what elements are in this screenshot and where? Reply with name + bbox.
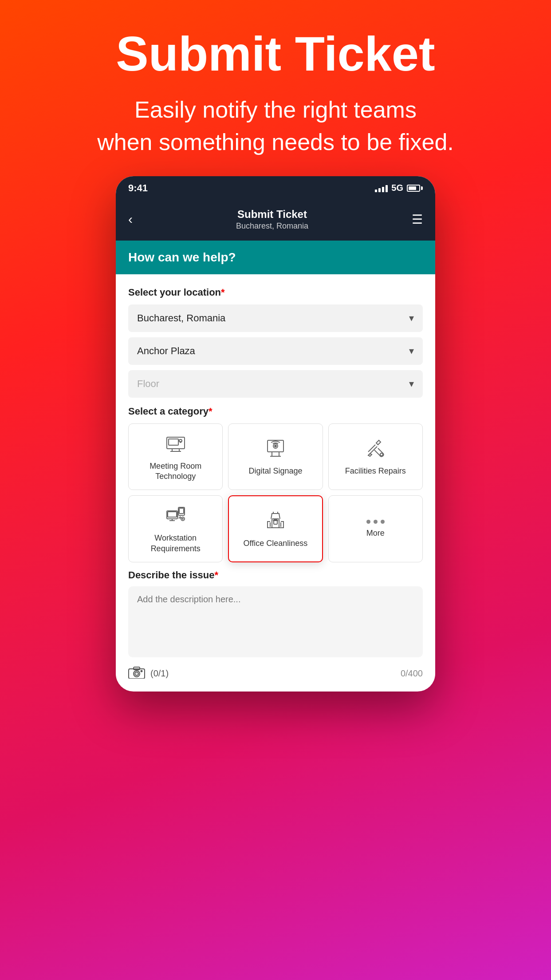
category-name-meeting-room: Meeting Room Technology	[133, 461, 218, 482]
battery-icon	[407, 185, 423, 192]
header-center: Submit Ticket Bucharest, Romania	[236, 208, 308, 231]
location-value-2: Anchor Plaza	[137, 345, 195, 357]
network-type: 5G	[391, 183, 403, 193]
phone-mockup: 9:41 5G ‹ Submit Ticket Bucharest, Roman…	[116, 176, 435, 692]
category-name-facilities-repairs: Facilities Repairs	[345, 466, 406, 476]
workstation-icon	[164, 504, 187, 529]
status-time: 9:41	[128, 182, 148, 194]
meeting-room-icon	[164, 432, 187, 457]
describe-required-star: *	[214, 569, 218, 581]
menu-button[interactable]: ☰	[412, 212, 423, 227]
category-card-facilities-repairs[interactable]: Facilities Repairs	[328, 423, 423, 490]
description-input[interactable]	[128, 586, 423, 657]
status-bar: 9:41 5G	[116, 176, 435, 200]
camera-count: (0/1)	[150, 668, 169, 679]
category-name-office-cleanliness: Office Cleanliness	[244, 538, 308, 549]
more-dots-icon	[366, 520, 385, 524]
form-body: Select your location* Bucharest, Romania…	[116, 274, 435, 563]
svg-rect-11	[179, 508, 184, 514]
category-card-meeting-room[interactable]: Meeting Room Technology	[128, 423, 223, 490]
camera-section[interactable]: (0/1)	[128, 666, 169, 681]
category-grid: Meeting Room Technology	[128, 423, 423, 563]
chevron-down-icon: ▾	[409, 312, 414, 324]
location-dropdown-2[interactable]: Anchor Plaza ▾	[128, 337, 423, 365]
category-name-digital-signage: Digital Signage	[248, 466, 302, 476]
svg-rect-9	[168, 512, 177, 517]
location-dropdown-3[interactable]: Floor ▾	[128, 370, 423, 398]
svg-rect-1	[169, 439, 178, 445]
svg-point-7	[380, 453, 383, 456]
category-required-star: *	[209, 406, 213, 417]
char-count: 0/400	[401, 668, 423, 679]
describe-label: Describe the issue*	[128, 569, 423, 581]
category-name-workstation: Workstation Requirements	[133, 533, 218, 554]
category-card-more[interactable]: More	[328, 495, 423, 562]
digital-signage-icon	[264, 437, 287, 462]
svg-point-17	[135, 672, 138, 676]
category-card-workstation[interactable]: Workstation Requirements	[128, 495, 223, 562]
status-indicators: 5G	[375, 183, 423, 193]
svg-point-19	[141, 671, 142, 672]
floor-placeholder: Floor	[137, 378, 159, 390]
signal-icon	[375, 184, 388, 192]
office-cleanliness-icon	[264, 509, 287, 534]
app-header: ‹ Submit Ticket Bucharest, Romania ☰	[116, 200, 435, 241]
category-card-office-cleanliness[interactable]: Office Cleanliness	[228, 495, 323, 562]
back-button[interactable]: ‹	[128, 212, 133, 227]
location-label: Select your location*	[128, 287, 423, 298]
location-section: Select your location* Bucharest, Romania…	[128, 287, 423, 398]
header-title: Submit Ticket	[236, 208, 308, 221]
bottom-bar: (0/1) 0/400	[116, 659, 435, 692]
category-card-digital-signage[interactable]: Digital Signage	[228, 423, 323, 490]
category-name-more: More	[366, 528, 385, 538]
facilities-repairs-icon	[364, 437, 387, 462]
category-label: Select a category*	[128, 406, 423, 417]
hero-title: Submit Ticket	[97, 27, 454, 80]
hero-section: Submit Ticket Easily notify the right te…	[71, 0, 480, 176]
camera-icon	[128, 666, 145, 681]
svg-point-6	[275, 445, 276, 447]
required-star: *	[221, 287, 225, 298]
category-section: Select a category*	[128, 406, 423, 563]
describe-section: Describe the issue*	[116, 569, 435, 659]
help-banner: How can we help?	[116, 241, 435, 274]
hero-subtitle: Easily notify the right teamswhen someth…	[97, 94, 454, 158]
location-value-1: Bucharest, Romania	[137, 312, 225, 324]
chevron-down-icon-2: ▾	[409, 345, 414, 357]
header-subtitle: Bucharest, Romania	[236, 221, 308, 231]
location-dropdown-1[interactable]: Bucharest, Romania ▾	[128, 304, 423, 332]
chevron-down-icon-3: ▾	[409, 378, 414, 390]
